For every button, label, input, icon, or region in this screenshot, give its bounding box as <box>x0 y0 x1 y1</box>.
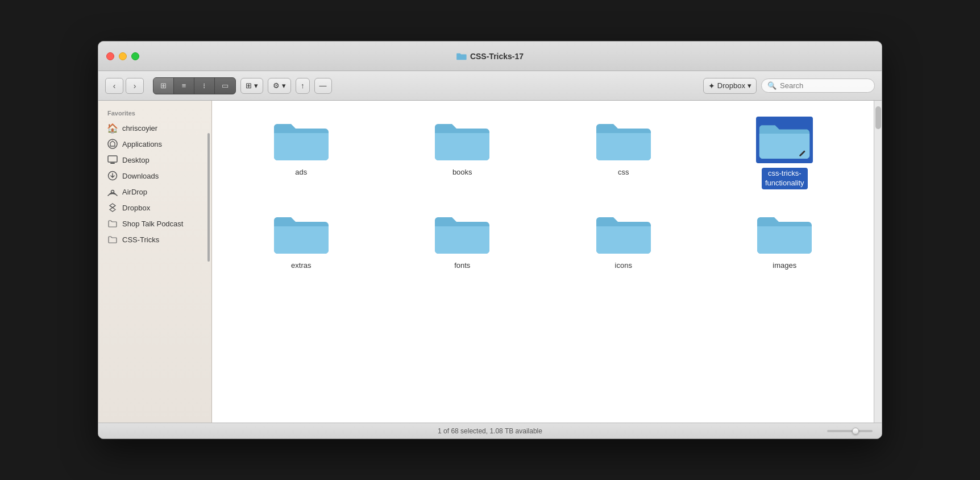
dropbox-dropdown-arrow: ▾ <box>748 81 751 90</box>
file-item-ads[interactable]: ads <box>223 112 379 194</box>
list-view-button[interactable]: ≡ <box>174 78 194 94</box>
sidebar-item-dropbox[interactable]: Dropbox <box>98 200 211 216</box>
minimize-button[interactable] <box>119 52 127 60</box>
slider-thumb <box>852 428 859 435</box>
search-input[interactable] <box>780 81 869 90</box>
maximize-button[interactable] <box>131 52 139 60</box>
sidebar-scrollbar <box>207 133 210 391</box>
folder-icon-books <box>434 117 491 163</box>
dropbox-button[interactable]: ✦ Dropbox ▾ <box>703 78 757 94</box>
airdrop-icon <box>107 187 118 197</box>
main-area: Favorites 🏠 chriscoyier Applications Des… <box>98 101 882 423</box>
file-label-extras: extras <box>291 261 311 271</box>
arrange-dropdown-arrow: ▾ <box>254 81 258 90</box>
downloads-icon <box>107 171 118 181</box>
title-bar: CSS-Tricks-17 <box>98 42 882 71</box>
svg-rect-2 <box>110 163 115 164</box>
cover-flow-icon: ▭ <box>222 81 229 90</box>
arrange-icon: ⊞ <box>246 81 252 90</box>
dropbox-icon: ✦ <box>708 81 715 90</box>
search-icon: 🔍 <box>767 81 776 90</box>
cover-flow-button[interactable]: ▭ <box>215 78 235 94</box>
column-view-icon: ⫶ <box>202 81 206 90</box>
file-item-fonts[interactable]: fonts <box>385 205 541 275</box>
arrange-button[interactable]: ⊞ ▾ <box>240 78 263 94</box>
sidebar-item-chriscoyier[interactable]: 🏠 chriscoyier <box>98 120 211 136</box>
file-item-books[interactable]: books <box>385 112 541 194</box>
file-item-icons[interactable]: icons <box>546 205 701 275</box>
forward-icon: › <box>134 81 136 90</box>
dropbox-label: Dropbox <box>717 81 745 90</box>
desktop-icon <box>107 155 118 165</box>
file-label-css: css <box>618 168 629 177</box>
sidebar-label-shop-talk-podcast: Shop Talk Podcast <box>122 220 183 228</box>
icon-view-icon: ⊞ <box>160 81 167 90</box>
action-button[interactable]: ⚙ ▾ <box>268 78 291 94</box>
back-button[interactable]: ‹ <box>105 78 123 94</box>
css-tricks-icon <box>107 234 118 245</box>
window-title: CSS-Tricks-17 <box>470 52 524 61</box>
folder-icon-css-tricks-functionality <box>756 117 813 163</box>
right-scrollbar[interactable] <box>874 101 882 423</box>
shop-talk-podcast-icon <box>107 218 118 229</box>
file-item-css[interactable]: css <box>546 112 701 194</box>
share-button[interactable]: ↑ <box>296 78 310 94</box>
close-button[interactable] <box>106 52 114 60</box>
sidebar-label-chriscoyier: chriscoyier <box>122 124 157 133</box>
svg-rect-1 <box>108 156 117 162</box>
gear-dropdown-arrow: ▾ <box>282 81 286 90</box>
folder-icon-fonts <box>434 210 491 256</box>
file-item-css-tricks-functionality[interactable]: css-tricks-functionality <box>707 112 863 194</box>
nav-buttons: ‹ › <box>105 78 144 94</box>
back-icon: ‹ <box>113 81 116 90</box>
file-label-icons: icons <box>615 261 632 271</box>
toolbar: ‹ › ⊞ ≡ ⫶ ▭ ⊞ ▾ ⚙ ▾ <box>98 71 882 101</box>
file-label-images: images <box>773 261 796 271</box>
column-view-button[interactable]: ⫶ <box>194 78 215 94</box>
file-item-images[interactable]: images <box>707 205 863 275</box>
slider-track <box>827 430 873 432</box>
sidebar-label-css-tricks: CSS-Tricks <box>122 235 159 244</box>
file-item-extras[interactable]: extras <box>223 205 379 275</box>
sidebar-item-shop-talk-podcast[interactable]: Shop Talk Podcast <box>98 216 211 231</box>
share-icon: ↑ <box>301 81 305 90</box>
folder-icon-extras <box>273 210 330 256</box>
file-label-fonts: fonts <box>454 261 470 271</box>
forward-button[interactable]: › <box>126 78 144 94</box>
size-slider[interactable] <box>827 430 873 432</box>
sidebar-scrollbar-thumb <box>207 133 210 262</box>
traffic-lights <box>106 52 139 60</box>
dropbox-sidebar-icon <box>107 202 118 213</box>
sidebar-label-dropbox: Dropbox <box>122 204 150 212</box>
sidebar: Favorites 🏠 chriscoyier Applications Des… <box>98 101 212 423</box>
sidebar-label-downloads: Downloads <box>122 172 159 180</box>
icon-view-button[interactable]: ⊞ <box>153 78 174 94</box>
status-text: 1 of 68 selected, 1.08 TB available <box>438 427 542 435</box>
sidebar-item-desktop[interactable]: Desktop <box>98 152 211 168</box>
tag-icon: — <box>319 81 327 90</box>
sidebar-label-applications: Applications <box>122 140 162 148</box>
folder-icon-ads <box>273 117 330 163</box>
file-area: ads books <box>212 101 874 423</box>
status-bar: 1 of 68 selected, 1.08 TB available <box>98 423 882 438</box>
sidebar-item-downloads[interactable]: Downloads <box>98 168 211 184</box>
tag-button[interactable]: — <box>314 78 332 94</box>
sidebar-item-applications[interactable]: Applications <box>98 136 211 152</box>
title-center: CSS-Tricks-17 <box>456 52 524 61</box>
sidebar-item-airdrop[interactable]: AirDrop <box>98 184 211 200</box>
view-buttons: ⊞ ≡ ⫶ ▭ <box>153 77 236 94</box>
scrollbar-thumb-right <box>875 106 881 129</box>
list-view-icon: ≡ <box>182 81 186 90</box>
sidebar-item-css-tricks[interactable]: CSS-Tricks <box>98 231 211 247</box>
folder-icon-icons <box>595 210 652 256</box>
sidebar-label-airdrop: AirDrop <box>122 188 147 196</box>
applications-icon <box>107 139 118 149</box>
gear-icon: ⚙ <box>273 81 280 90</box>
home-icon: 🏠 <box>107 123 118 133</box>
sidebar-label-desktop: Desktop <box>122 156 150 164</box>
search-box[interactable]: 🔍 <box>761 78 875 93</box>
finder-window: CSS-Tricks-17 ‹ › ⊞ ≡ ⫶ ▭ <box>98 41 882 439</box>
file-label-css-tricks-functionality: css-tricks-functionality <box>762 168 808 189</box>
file-label-ads: ads <box>295 168 307 177</box>
sidebar-section-label: Favorites <box>98 107 211 120</box>
